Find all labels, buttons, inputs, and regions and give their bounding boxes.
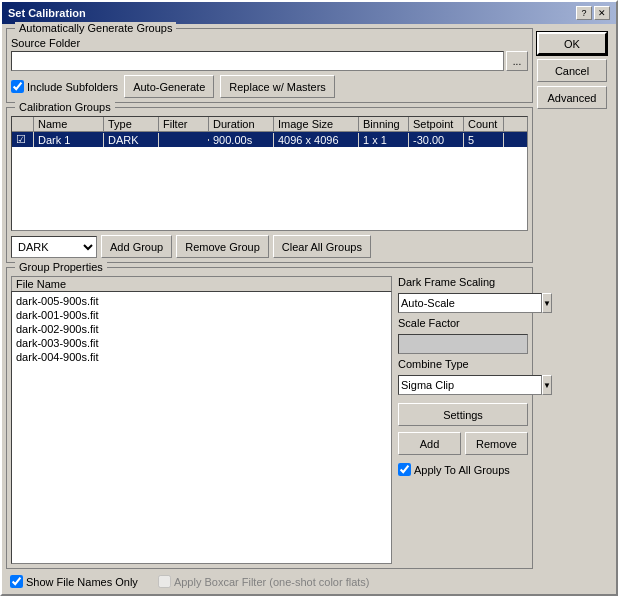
dialog-body: Automatically Generate Groups Source Fol…	[2, 24, 616, 594]
col-header-setpoint: Setpoint	[409, 117, 464, 131]
auto-generate-legend: Automatically Generate Groups	[15, 22, 176, 34]
col-header-duration: Duration	[209, 117, 274, 131]
bottom-checkboxes: Show File Names Only Apply Boxcar Filter…	[6, 573, 533, 590]
apply-to-all-groups-label: Apply To All Groups	[414, 464, 510, 476]
file-item[interactable]: dark-005-900s.fit	[14, 294, 389, 308]
combine-type-input[interactable]	[398, 375, 542, 395]
add-group-button[interactable]: Add Group	[101, 235, 172, 258]
source-folder-row: ...	[11, 51, 528, 71]
row-binning: 1 x 1	[359, 133, 409, 147]
row-setpoint: -30.00	[409, 133, 464, 147]
table-row[interactable]: ☑ Dark 1 DARK 900.00s 4096 x 4096 1 x 1 …	[12, 132, 527, 147]
calibration-groups-legend: Calibration Groups	[15, 101, 115, 113]
browse-button[interactable]: ...	[506, 51, 528, 71]
file-item[interactable]: dark-001-900s.fit	[14, 308, 389, 322]
dialog-title: Set Calibration	[8, 7, 86, 19]
autogen-row: Include Subfolders Auto-Generate Replace…	[11, 75, 528, 98]
settings-button[interactable]: Settings	[398, 403, 528, 426]
main-content: Automatically Generate Groups Source Fol…	[6, 28, 533, 590]
group-properties-inner: File Name dark-005-900s.fit dark-001-900…	[11, 276, 528, 564]
group-properties: Group Properties File Name dark-005-900s…	[6, 267, 533, 569]
group-controls-row: DARK BIAS FLAT FLAT DARK Add Group Remov…	[11, 235, 528, 258]
table-header: Name Type Filter Duration Image Size Bin…	[12, 117, 527, 132]
group-properties-legend: Group Properties	[15, 261, 107, 273]
include-subfolders-label: Include Subfolders	[27, 81, 118, 93]
title-bar-buttons: ? ✕	[576, 6, 610, 20]
file-item[interactable]: dark-002-900s.fit	[14, 322, 389, 336]
add-button[interactable]: Add	[398, 432, 461, 455]
col-header-check	[12, 117, 34, 131]
show-file-names-label: Show File Names Only	[26, 576, 138, 588]
calibration-table-container: Name Type Filter Duration Image Size Bin…	[11, 116, 528, 231]
ok-button[interactable]: OK	[537, 32, 607, 55]
auto-generate-button[interactable]: Auto-Generate	[124, 75, 214, 98]
col-header-imgsize: Image Size	[274, 117, 359, 131]
file-list-header: File Name	[11, 276, 392, 291]
right-panel: Dark Frame Scaling ▼ Scale Factor 1.0000…	[398, 276, 528, 564]
col-header-filter: Filter	[159, 117, 209, 131]
add-remove-row: Add Remove	[398, 432, 528, 455]
file-item[interactable]: dark-003-900s.fit	[14, 336, 389, 350]
row-count: 5	[464, 133, 504, 147]
dialog: Set Calibration ? ✕ Automatically Genera…	[0, 0, 618, 596]
row-imgsize: 4096 x 4096	[274, 133, 359, 147]
title-bar: Set Calibration ? ✕	[2, 2, 616, 24]
advanced-button[interactable]: Advanced	[537, 86, 607, 109]
remove-button[interactable]: Remove	[465, 432, 528, 455]
show-file-names-checkbox[interactable]	[10, 575, 23, 588]
apply-to-all-groups-row: Apply To All Groups	[398, 463, 528, 476]
replace-masters-button[interactable]: Replace w/ Masters	[220, 75, 335, 98]
dark-frame-scaling-dropdown[interactable]: ▼	[542, 293, 552, 313]
remove-group-button[interactable]: Remove Group	[176, 235, 269, 258]
col-header-name: Name	[34, 117, 104, 131]
col-header-binning: Binning	[359, 117, 409, 131]
close-button[interactable]: ✕	[594, 6, 610, 20]
file-item[interactable]: dark-004-900s.fit	[14, 350, 389, 364]
apply-to-all-groups-checkbox[interactable]	[398, 463, 411, 476]
apply-boxcar-label: Apply Boxcar Filter (one-shot color flat…	[174, 576, 370, 588]
row-check: ☑	[12, 132, 34, 147]
dark-frame-scaling-input[interactable]	[398, 293, 542, 313]
col-header-type: Type	[104, 117, 159, 131]
scale-factor-label: Scale Factor	[398, 317, 528, 329]
dark-frame-scaling-label: Dark Frame Scaling	[398, 276, 528, 288]
include-subfolders-row: Include Subfolders	[11, 80, 118, 93]
dark-frame-scaling-combo: ▼	[398, 293, 528, 313]
clear-all-groups-button[interactable]: Clear All Groups	[273, 235, 371, 258]
scale-factor-input: 1.0000	[398, 334, 528, 354]
combine-type-combo: ▼	[398, 375, 528, 395]
file-list: dark-005-900s.fit dark-001-900s.fit dark…	[11, 291, 392, 564]
col-header-count: Count	[464, 117, 504, 131]
file-list-container: File Name dark-005-900s.fit dark-001-900…	[11, 276, 392, 564]
include-subfolders-checkbox[interactable]	[11, 80, 24, 93]
show-file-names-row: Show File Names Only	[10, 575, 138, 588]
apply-boxcar-row: Apply Boxcar Filter (one-shot color flat…	[158, 575, 370, 588]
auto-generate-groups: Automatically Generate Groups Source Fol…	[6, 28, 533, 103]
row-filter	[159, 139, 209, 141]
help-button[interactable]: ?	[576, 6, 592, 20]
combine-type-label: Combine Type	[398, 358, 528, 370]
row-name: Dark 1	[34, 133, 104, 147]
row-type: DARK	[104, 133, 159, 147]
calibration-groups: Calibration Groups Name Type Filter Dura…	[6, 107, 533, 263]
apply-boxcar-checkbox[interactable]	[158, 575, 171, 588]
source-folder-input[interactable]	[11, 51, 504, 71]
combine-type-dropdown[interactable]: ▼	[542, 375, 552, 395]
group-type-select[interactable]: DARK BIAS FLAT FLAT DARK	[11, 236, 97, 258]
source-folder-label: Source Folder	[11, 37, 528, 49]
row-duration: 900.00s	[209, 133, 274, 147]
cancel-button[interactable]: Cancel	[537, 59, 607, 82]
